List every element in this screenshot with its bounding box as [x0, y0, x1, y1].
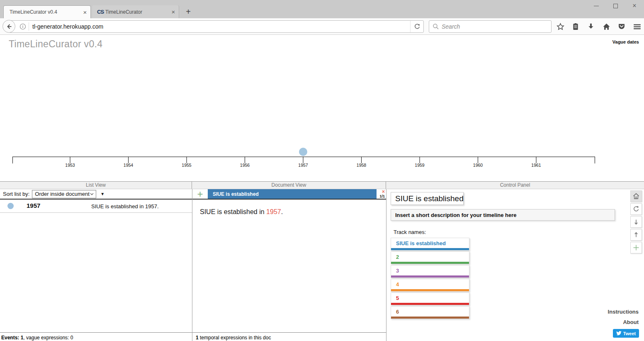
doc-text-prefix: SIUE is established in: [200, 208, 266, 215]
minimize-button[interactable]: [593, 2, 600, 10]
timeline-axis[interactable]: 195319541955195619571958195919601961: [0, 141, 644, 170]
minimize-icon: [594, 6, 599, 6]
twitter-bird-icon: [616, 331, 622, 336]
track-name-input[interactable]: 6: [391, 307, 469, 317]
chevron-down-icon: [90, 193, 94, 195]
track-name-input[interactable]: 5: [391, 293, 469, 303]
instructions-link[interactable]: Instructions: [608, 309, 639, 315]
event-dot-icon: [7, 203, 14, 209]
bookmark-star-button[interactable]: [556, 22, 564, 31]
tab-timelinecurator-active[interactable]: TimeLineCurator v0.4 ×: [3, 5, 91, 18]
menu-button[interactable]: [633, 22, 641, 31]
arrow-up-icon: [632, 231, 640, 239]
track-list: SIUE is established23456: [391, 238, 469, 320]
doc-text-suffix: .: [281, 208, 283, 215]
list-view-panel: Sort list by: Order inside document ▼ 19…: [0, 189, 192, 341]
track-name-input[interactable]: 3: [391, 265, 469, 275]
redo-button[interactable]: [630, 203, 642, 215]
close-icon: ×: [632, 2, 636, 9]
move-down-button[interactable]: [630, 216, 642, 228]
workspace: List View Document View Control Panel So…: [0, 181, 644, 341]
axis-tick-label: 1958: [357, 163, 367, 168]
axis-tick-label: 1954: [124, 163, 134, 168]
add-track-button[interactable]: [630, 242, 642, 253]
browser-toolbar: [556, 18, 641, 35]
sort-select-dropdown[interactable]: Order inside document: [32, 190, 96, 198]
event-list: 1957SIUE is established in 1957.: [0, 200, 192, 213]
close-icon[interactable]: ×: [80, 9, 90, 16]
arrow-down-icon: [632, 218, 640, 226]
plus-icon: [632, 244, 640, 251]
search-input[interactable]: [442, 23, 551, 30]
list-item[interactable]: 1957SIUE is established in 1957.: [0, 200, 192, 213]
reload-button[interactable]: [410, 21, 423, 32]
document-tab[interactable]: SIUE is established: [208, 189, 377, 199]
home-view-button[interactable]: [630, 190, 642, 202]
document-tab-strip: + SIUE is established × 1/1: [192, 189, 386, 200]
home-button[interactable]: [602, 22, 610, 31]
search-bar[interactable]: [429, 20, 552, 33]
close-document-icon[interactable]: ×: [382, 189, 385, 195]
track-name-input[interactable]: 4: [391, 279, 469, 289]
pocket-button[interactable]: [617, 22, 626, 31]
document-pager: 1/1: [379, 194, 385, 198]
tweet-label: Tweet: [623, 331, 636, 336]
maximize-icon: [613, 4, 618, 8]
panel-header-bar: List View Document View Control Panel: [0, 182, 644, 189]
home-outline-icon: [632, 192, 640, 200]
track-color-bar: [391, 317, 469, 319]
reload-icon: [414, 23, 420, 30]
maximize-button[interactable]: [612, 2, 619, 10]
document-tab-title: SIUE is established: [213, 191, 259, 197]
axis-tick-label: 1961: [531, 163, 541, 168]
downloads-button[interactable]: [587, 22, 595, 31]
track-item[interactable]: 4: [391, 279, 469, 292]
track-item[interactable]: 6: [391, 306, 469, 319]
timeline-title-input[interactable]: SIUE is established: [391, 192, 464, 205]
search-icon: [433, 23, 439, 30]
page-title: TimeLineCurator v0.4: [9, 39, 102, 50]
back-button[interactable]: [2, 20, 15, 33]
axis-tick-label: 1959: [415, 163, 425, 168]
track-name-input[interactable]: 2: [391, 252, 469, 262]
tweet-button[interactable]: Tweet: [613, 329, 639, 338]
clipboard-icon: [572, 23, 579, 30]
url-text[interactable]: tl-generator.herokuapp.com: [32, 23, 410, 30]
sort-direction-toggle[interactable]: ▼: [100, 192, 104, 196]
track-item[interactable]: 2: [391, 251, 469, 264]
list-view-header: List View: [0, 182, 192, 189]
about-link[interactable]: About: [623, 319, 639, 325]
events-count: Events: 1: [1, 335, 23, 341]
pocket-icon: [618, 23, 625, 30]
axis-tick-label: 1953: [65, 163, 75, 168]
temporal-count: 1: [196, 335, 199, 341]
new-tab-button[interactable]: +: [183, 7, 193, 17]
url-bar[interactable]: tl-generator.herokuapp.com: [9, 20, 424, 33]
close-window-button[interactable]: ×: [631, 2, 638, 10]
track-item[interactable]: 3: [391, 265, 469, 278]
axis-tick-label: 1956: [240, 163, 250, 168]
temporal-count-text: temporal expressions in this doc: [199, 335, 271, 341]
track-item[interactable]: 5: [391, 292, 469, 305]
tab-timelinecurator-inactive[interactable]: CS TimeLineCurator ×: [92, 5, 179, 18]
browser-navbar: tl-generator.herokuapp.com: [0, 18, 644, 35]
axis-tick-label: 1960: [473, 163, 483, 168]
home-icon: [603, 23, 610, 31]
document-tab-end: × 1/1: [377, 189, 386, 199]
info-icon[interactable]: [19, 23, 26, 30]
timeline-event-dot[interactable]: [299, 148, 307, 156]
bookmarks-list-button[interactable]: [571, 22, 580, 31]
track-item[interactable]: SIUE is established: [391, 238, 469, 251]
move-up-button[interactable]: [630, 229, 642, 241]
axis-tick-label: 1957: [298, 163, 308, 168]
add-document-button[interactable]: +: [192, 189, 208, 199]
track-name-input[interactable]: SIUE is established: [391, 238, 469, 248]
hamburger-icon: [633, 23, 641, 31]
temporal-expression-highlight[interactable]: 1957: [266, 208, 281, 215]
timeline-description-input[interactable]: [391, 209, 615, 221]
close-icon[interactable]: ×: [168, 8, 179, 15]
sort-row: Sort list by: Order inside document ▼: [0, 189, 192, 200]
browser-tab-bar: TimeLineCurator v0.4 × CS TimeLineCurato…: [0, 0, 644, 18]
control-panel-header: Control Panel: [386, 182, 644, 189]
list-view-footer: Events: 1, vague expressions: 0: [0, 332, 192, 341]
